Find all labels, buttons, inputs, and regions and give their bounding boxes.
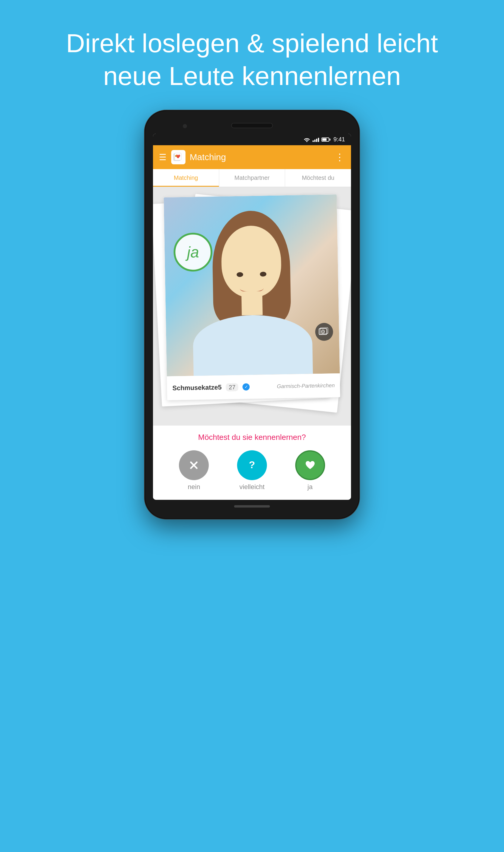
person-silhouette — [164, 195, 340, 376]
home-indicator — [234, 505, 270, 508]
signal-icon — [312, 137, 319, 142]
tab-matchpartner[interactable]: Matchpartner — [219, 169, 285, 187]
ja-badge-text: ja — [187, 243, 199, 261]
headline-section: Direkt loslegen & spielend leicht neue L… — [0, 0, 504, 107]
phone-bottom-bar — [153, 500, 351, 510]
menu-icon[interactable]: ☰ — [159, 152, 166, 162]
battery-icon — [322, 138, 329, 142]
phone-screen: 9:41 ☰ — [153, 133, 351, 500]
eye-right — [260, 272, 267, 276]
svg-point-4 — [176, 156, 176, 156]
status-icons: 9:41 — [304, 136, 345, 143]
more-icon[interactable]: ⋮ — [335, 151, 345, 163]
x-icon — [187, 459, 200, 472]
svg-point-8 — [323, 331, 324, 332]
wifi-icon — [304, 137, 310, 142]
card-area: ja — [153, 187, 351, 425]
neck — [241, 291, 263, 315]
phone-body: 9:41 ☰ — [145, 110, 359, 519]
speaker-grille — [231, 123, 273, 128]
camera-dot — [183, 124, 187, 128]
app-bar: ☰ Matching — [153, 145, 351, 169]
card-front[interactable]: ja — [164, 195, 340, 400]
ja-wrapper: ja — [295, 450, 325, 491]
vielleicht-wrapper: ? vielleicht — [237, 450, 267, 491]
nein-label: nein — [188, 483, 200, 491]
svg-text:?: ? — [249, 459, 255, 470]
vielleicht-label: vielleicht — [239, 483, 265, 491]
profile-age: 27 — [226, 383, 238, 391]
phone-device: 9:41 ☰ — [0, 107, 504, 519]
verified-icon: ✓ — [242, 383, 250, 391]
profile-name: Schmusekatze5 — [173, 383, 222, 392]
svg-point-3 — [175, 156, 176, 156]
question-icon: ? — [246, 459, 258, 472]
vielleicht-button[interactable]: ? — [237, 450, 267, 480]
app-logo — [171, 150, 185, 164]
headline-line1: Direkt loslegen & spielend leicht — [0, 27, 504, 60]
eye-left — [237, 272, 244, 277]
app-title: Matching — [190, 152, 335, 162]
app-logo-svg — [173, 152, 184, 163]
ja-button[interactable] — [295, 450, 325, 480]
phone-top-bar — [153, 119, 351, 133]
nein-button[interactable] — [179, 450, 209, 480]
svg-point-2 — [175, 155, 177, 157]
ja-label: ja — [307, 483, 312, 491]
shoulders — [193, 314, 313, 376]
action-buttons: nein ? vielleicht — [159, 450, 345, 491]
card-info: Schmusekatze5 27 ✓ Garmisch-Partenkirche… — [167, 373, 340, 400]
nein-wrapper: nein — [179, 450, 209, 491]
status-time: 9:41 — [334, 136, 345, 143]
headline-line2: neue Leute kennenlernen — [0, 60, 504, 92]
heart-icon — [303, 458, 317, 472]
tabs-bar: Matching Matchpartner Möchtest du — [153, 169, 351, 187]
bottom-area: Möchtest du sie kennenlernen? nein — [153, 425, 351, 500]
status-bar: 9:41 — [153, 133, 351, 145]
profile-photo: ja — [164, 195, 340, 376]
tab-moechtest[interactable]: Möchtest du — [285, 169, 351, 187]
question-text: Möchtest du sie kennenlernen? — [159, 433, 345, 442]
card-stack: ja — [159, 196, 345, 405]
photo-icon-svg — [319, 327, 330, 337]
tab-matching[interactable]: Matching — [153, 169, 219, 187]
profile-location: Garmisch-Partenkirchen — [277, 382, 335, 389]
